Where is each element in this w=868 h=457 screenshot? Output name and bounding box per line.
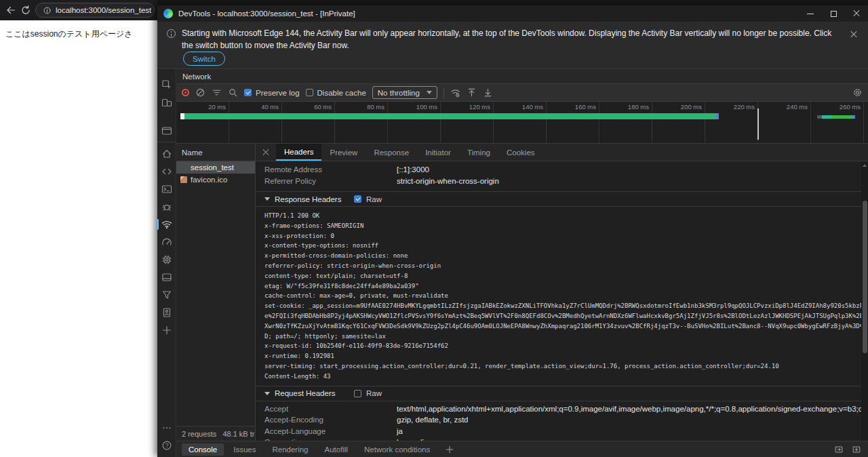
performance-icon[interactable]	[157, 233, 176, 251]
timeline-tick: 80 ms	[335, 102, 388, 143]
browser-window: localhost:3000/session_test ここはsessionのテ…	[0, 0, 157, 457]
request-row[interactable]: session_test	[176, 161, 255, 174]
drawer-tab[interactable]: Console	[182, 443, 224, 456]
funnel-icon[interactable]	[157, 286, 176, 304]
detail-tab[interactable]: Preview	[321, 144, 366, 161]
dock-drawer-icon[interactable]	[834, 445, 844, 454]
network-overview[interactable]: 20 ms 40 ms 60 ms 80 ms	[176, 102, 868, 144]
url-bar[interactable]: localhost:3000/session_test	[35, 3, 155, 18]
add-drawer-tab-icon[interactable]	[445, 445, 454, 454]
request-count: 2 requests	[182, 430, 216, 438]
file-icon	[180, 176, 187, 183]
expand-drawer-icon[interactable]	[852, 445, 861, 454]
scrollbar[interactable]	[861, 161, 868, 441]
more-tools-icon[interactable]	[157, 419, 176, 437]
raw-header-line: D; path=/; httponly; samesite=lax	[264, 332, 861, 342]
raw-header-line: x-frame-options: SAMEORIGIN	[264, 221, 861, 231]
refresh-icon[interactable]	[20, 5, 31, 16]
drawer-tab[interactable]: Issues	[226, 443, 262, 456]
panel-title: Network	[176, 69, 868, 84]
timeline-tick: 180 ms	[599, 102, 652, 143]
notification-banner: Starting with Microsoft Edge 144, the Ac…	[157, 22, 868, 69]
back-icon[interactable]	[5, 5, 16, 16]
raw-header-line: etag: W/"f5c39fe31f8c8dec24ffa4e89ba2a03…	[264, 281, 861, 292]
inspect-icon[interactable]	[157, 76, 176, 94]
raw-header-line: x-request-id: 10b2540f-e116-49f9-83de-92…	[264, 341, 861, 351]
preserve-log-checkbox[interactable]	[244, 89, 252, 96]
raw-response-checkbox[interactable]	[354, 195, 361, 203]
devices-icon[interactable]	[157, 94, 176, 111]
search-icon[interactable]	[228, 87, 238, 98]
disable-cache-checkbox[interactable]	[306, 89, 313, 96]
collapse-triangle-icon	[264, 197, 270, 201]
sources-icon[interactable]	[157, 163, 176, 180]
clear-icon[interactable]	[195, 87, 205, 98]
drawer-tab[interactable]: Autofill	[318, 443, 355, 456]
header-row: Remote Address [::1]:3000	[256, 164, 861, 176]
network-body: Name session_test f	[176, 144, 868, 441]
accessibility-icon[interactable]	[157, 304, 176, 321]
export-har-icon[interactable]	[467, 87, 477, 98]
devtools-main: Network Preserve log Disable cache No th…	[157, 69, 868, 457]
detail-tab[interactable]: Response	[366, 144, 417, 161]
detail-tab[interactable]: Initiator	[417, 144, 459, 161]
dismiss-notification-icon[interactable]	[850, 28, 857, 41]
network-toolbar: Preserve log Disable cache No throttling	[176, 84, 868, 102]
disable-cache-label: Disable cache	[317, 89, 366, 97]
close-detail-icon[interactable]	[256, 144, 276, 161]
site-info-icon[interactable]	[43, 6, 52, 15]
preserve-log-label: Preserve log	[256, 89, 300, 97]
header-row: Accept text/html,application/xhtml+xml,a…	[256, 403, 861, 415]
minimize-button[interactable]	[799, 5, 822, 22]
network-icon[interactable]	[157, 216, 176, 233]
settings-gear-icon[interactable]	[852, 87, 863, 98]
screencast-icon[interactable]	[157, 122, 176, 142]
name-column-header[interactable]: Name	[176, 144, 255, 161]
url-text: localhost:3000/session_test	[56, 6, 151, 14]
detail-tab[interactable]: Timing	[459, 144, 498, 161]
notification-text: Starting with Microsoft Edge 144, the Ac…	[182, 27, 845, 52]
screen: localhost:3000/session_test ここはsessionのテ…	[0, 0, 868, 457]
scroll-up-icon	[863, 164, 867, 167]
memory-icon[interactable]	[157, 251, 176, 269]
network-panel: Network Preserve log Disable cache No th…	[176, 69, 868, 457]
request-headers-section[interactable]: Request Headers Raw	[256, 386, 861, 401]
timeline-tick: 240 ms	[758, 102, 811, 143]
raw-request-checkbox[interactable]	[354, 390, 361, 397]
detail-tab-bar: Headers Preview Response Initiator Timin…	[256, 144, 868, 161]
raw-header-line: Content-Length: 43	[264, 372, 861, 382]
close-button[interactable]	[845, 5, 868, 22]
response-headers-section[interactable]: Response Headers Raw	[256, 192, 861, 207]
throttling-value: No throttling	[378, 89, 420, 97]
timeline-tick: 220 ms	[705, 102, 758, 143]
throttling-select[interactable]: No throttling	[372, 86, 437, 99]
headers-content: Remote Address [::1]:3000 Referrer Polic…	[256, 161, 861, 441]
detail-tab[interactable]: Headers	[276, 144, 321, 161]
window-controls	[799, 5, 868, 22]
application-icon[interactable]	[157, 269, 176, 286]
import-har-icon[interactable]	[483, 87, 493, 98]
info-icon	[167, 29, 176, 38]
request-row[interactable]: favicon.ico	[176, 174, 255, 186]
help-icon[interactable]	[157, 437, 176, 454]
filter-icon[interactable]	[212, 87, 222, 98]
detail-tab[interactable]: Cookies	[498, 144, 543, 161]
record-button[interactable]	[182, 89, 189, 96]
drawer-tab[interactable]: Network conditions	[357, 443, 437, 456]
raw-header-line: server-timing: start_processing.action_c…	[264, 361, 861, 372]
raw-header-line: cache-control: max-age=0, private, must-…	[264, 291, 861, 301]
raw-header-line: set-cookie: _app_session=m9UfAAE0274HBvM…	[264, 301, 861, 311]
network-conditions-icon[interactable]	[450, 87, 460, 98]
debugger-icon[interactable]	[157, 198, 176, 216]
request-timeline-bar	[180, 113, 717, 119]
timeline-tick: 140 ms	[494, 102, 547, 143]
timeline-tick: 100 ms	[388, 102, 441, 143]
add-panel-icon[interactable]	[157, 321, 176, 339]
home-icon[interactable]	[157, 145, 176, 163]
switch-button[interactable]: Switch	[183, 52, 225, 66]
drawer-tab[interactable]: Rendering	[265, 443, 315, 456]
maximize-button[interactable]	[822, 5, 845, 22]
transferred-size: 48.1 kB transferred	[222, 430, 255, 438]
console-panel-icon[interactable]	[157, 180, 176, 198]
edge-logo-icon	[163, 9, 173, 18]
